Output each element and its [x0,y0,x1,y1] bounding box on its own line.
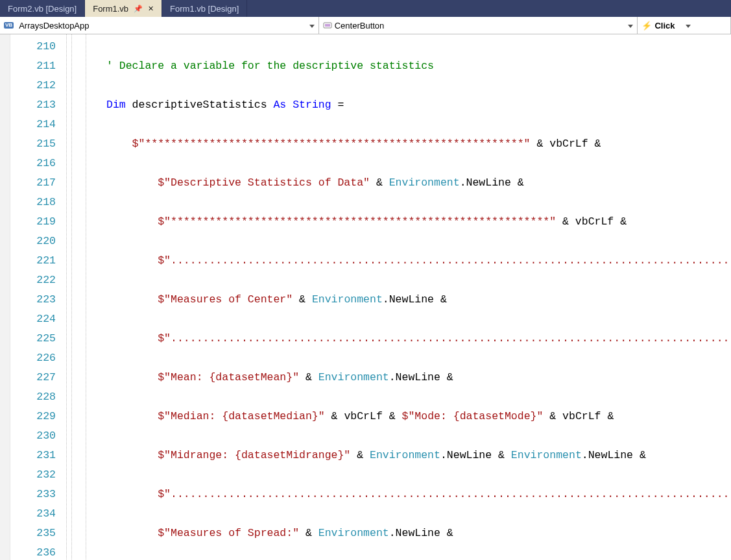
code-text: vbCrLf [575,215,614,228]
line-number: 226 [10,348,56,368]
scope-dropdown[interactable]: VB ArraysDesktopApp [0,17,319,34]
code-text: & [601,410,621,422]
code-text: $"Measures of Spread:" [158,527,299,539]
code-text: $"Measures of Center" [158,293,293,306]
code-text: .NewLine [582,449,633,461]
outlining-margin[interactable] [62,34,80,560]
line-number: 213 [10,95,56,115]
code-text: $"......................................… [158,332,731,345]
line-number: 216 [10,154,56,173]
code-content[interactable]: ' Declare a variable for the descriptive… [106,34,731,560]
tab-form1-vb[interactable]: Form1.vb 📌 ✕ [85,0,162,17]
event-label: Click [654,21,675,30]
line-number: 230 [10,426,56,446]
code-text: $"Mode: {datasetMode}" [402,410,544,422]
code-text: & [492,449,511,461]
code-text: & [633,449,653,461]
tab-label: Form1.vb [Design] [170,4,239,14]
chevron-down-icon [309,21,315,30]
code-text: & [299,371,318,383]
tab-label: Form2.vb [Design] [8,4,77,14]
code-text: vbCrLf [344,410,382,422]
breakpoint-margin[interactable] [0,34,10,560]
code-text: & [588,138,608,150]
code-text: & [511,177,531,189]
line-number: 217 [10,173,56,193]
document-tab-bar: Form2.vb [Design] Form1.vb 📌 ✕ Form1.vb … [0,0,731,17]
pin-icon[interactable]: 📌 [134,5,143,13]
line-number: 236 [10,543,56,560]
line-number: 231 [10,446,56,465]
code-text: .NewLine [389,371,440,383]
code-text: $"**************************************… [132,138,531,150]
code-text: & [350,449,370,461]
code-text: .NewLine [440,449,492,461]
code-text: & [293,293,312,306]
scope-label: ArraysDesktopApp [19,21,89,30]
code-text: Environment [370,449,440,461]
tab-form1-design[interactable]: Form1.vb [Design] [162,0,247,17]
code-text: & [434,293,453,306]
code-text: & [370,177,389,189]
method-icon [323,21,332,30]
line-number: 219 [10,212,56,232]
chevron-down-icon [686,21,691,30]
line-number: 215 [10,134,56,154]
code-text: & [383,410,402,422]
line-number: 220 [10,232,56,251]
code-text: String [286,99,331,111]
code-text: $"......................................… [158,488,731,500]
code-text: & [440,371,460,383]
line-number: 218 [10,193,56,212]
line-number: 232 [10,465,56,485]
line-number: 227 [10,368,56,387]
close-icon[interactable]: ✕ [148,5,154,13]
chevron-down-icon [628,21,633,30]
code-text: $"......................................… [158,254,731,267]
code-text: $"Mean: {datasetMean}" [158,371,299,383]
line-number: 211 [10,56,56,76]
code-text: .NewLine [460,177,511,189]
line-number: 233 [10,485,56,504]
code-text: Environment [318,527,389,539]
code-text: $"Descriptive Statistics of Data" [158,177,370,189]
line-number: 234 [10,504,56,524]
code-text: .NewLine [383,293,434,306]
line-number: 210 [10,37,56,56]
line-number: 225 [10,329,56,348]
line-number: 224 [10,310,56,329]
code-text: = [331,99,344,111]
line-number: 228 [10,387,56,407]
code-text: Environment [318,371,389,383]
svg-rect-1 [325,24,330,27]
code-text: & [614,215,633,228]
code-text: & [556,215,575,228]
line-number: 214 [10,115,56,134]
event-dropdown[interactable]: ⚡ Click [638,17,731,34]
code-text: Dim [106,99,126,111]
member-dropdown[interactable]: CenterButton [319,17,638,34]
code-text: & [543,410,562,422]
code-text: & [299,527,318,539]
line-number: 212 [10,76,56,95]
vb-badge-icon: VB [4,22,14,29]
line-number-gutter: 210 211 212 213 214 215 216 217 218 219 … [10,34,62,560]
code-text: & [531,138,550,150]
code-text: & [440,527,460,539]
navigation-bar: VB ArraysDesktopApp CenterButton ⚡ Click [0,17,731,34]
code-text: Environment [511,449,582,461]
line-number: 229 [10,407,56,426]
code-text: Environment [389,177,460,189]
indent-guide [80,34,106,560]
code-editor[interactable]: 210 211 212 213 214 215 216 217 218 219 … [0,34,731,560]
code-text: & [325,410,344,422]
line-number: 222 [10,271,56,290]
code-text: descriptiveStatistics [126,99,274,111]
tab-form2-design[interactable]: Form2.vb [Design] [0,0,85,17]
code-text: vbCrLf [562,410,601,422]
code-text: .NewLine [389,527,440,539]
member-label: CenterButton [335,21,385,30]
lightning-icon: ⚡ [641,21,652,30]
code-text: $"Midrange: {datasetMidrange}" [158,449,350,461]
line-number: 235 [10,524,56,543]
